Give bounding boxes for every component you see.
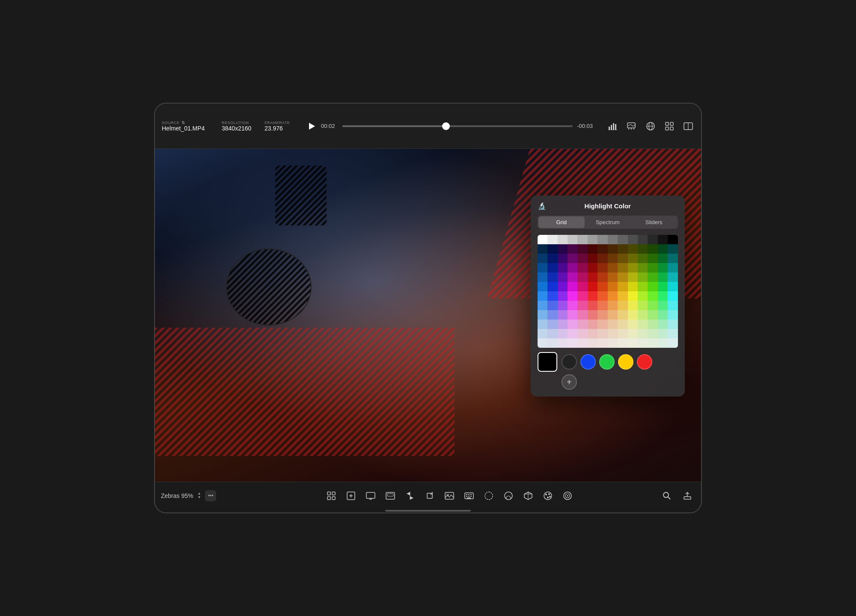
color-cell[interactable]	[588, 272, 597, 282]
color-cell[interactable]	[577, 272, 587, 282]
tool-keyboard-button[interactable]	[461, 488, 477, 503]
color-cell[interactable]	[568, 272, 577, 282]
color-cell[interactable]	[558, 338, 568, 348]
tool-grid-button[interactable]	[324, 488, 339, 503]
add-color-button[interactable]: +	[562, 374, 577, 390]
color-cell[interactable]	[668, 263, 678, 272]
histogram-icon[interactable]	[607, 120, 619, 132]
color-cell[interactable]	[538, 263, 547, 272]
tool-flip-button[interactable]	[402, 488, 418, 503]
color-cell[interactable]	[568, 244, 577, 254]
color-cell[interactable]	[618, 338, 627, 348]
color-cell[interactable]	[547, 244, 557, 254]
color-cell[interactable]	[608, 235, 618, 244]
color-cell[interactable]	[628, 282, 638, 291]
color-cell[interactable]	[618, 291, 627, 301]
color-cell[interactable]	[668, 338, 678, 348]
color-cell[interactable]	[668, 244, 678, 254]
color-cell[interactable]	[628, 291, 638, 301]
color-cell[interactable]	[648, 282, 657, 291]
color-cell[interactable]	[538, 291, 547, 301]
color-cell[interactable]	[628, 244, 638, 254]
color-cell[interactable]	[628, 338, 638, 348]
color-cell[interactable]	[558, 329, 568, 338]
color-cell[interactable]	[668, 301, 678, 310]
color-cell[interactable]	[577, 320, 587, 329]
color-cell[interactable]	[538, 310, 547, 320]
color-cell[interactable]	[608, 254, 618, 263]
color-cell[interactable]	[597, 320, 607, 329]
color-cell[interactable]	[568, 235, 577, 244]
preset-yellow[interactable]	[618, 354, 633, 370]
color-cell[interactable]	[577, 254, 587, 263]
color-cell[interactable]	[538, 338, 547, 348]
color-cell[interactable]	[628, 254, 638, 263]
color-cell[interactable]	[588, 263, 597, 272]
preset-red[interactable]	[637, 354, 652, 370]
timeline-thumb[interactable]	[442, 122, 450, 130]
color-cell[interactable]	[668, 320, 678, 329]
color-cell[interactable]	[577, 263, 587, 272]
color-cell[interactable]	[568, 291, 577, 301]
color-cell[interactable]	[597, 272, 607, 282]
color-cell[interactable]	[658, 329, 668, 338]
color-cell[interactable]	[618, 244, 627, 254]
color-cell[interactable]	[648, 235, 657, 244]
color-cell[interactable]	[608, 301, 618, 310]
color-cell[interactable]	[577, 338, 587, 348]
tool-target-button[interactable]	[560, 488, 575, 503]
color-cell[interactable]	[668, 291, 678, 301]
color-cell[interactable]	[547, 338, 557, 348]
color-cell[interactable]	[618, 320, 627, 329]
color-cell[interactable]	[668, 272, 678, 282]
color-cell[interactable]	[558, 291, 568, 301]
color-cell[interactable]	[628, 329, 638, 338]
color-cell[interactable]	[638, 244, 648, 254]
waveform-icon[interactable]	[626, 120, 638, 132]
color-cell[interactable]	[638, 338, 648, 348]
color-cell[interactable]	[628, 263, 638, 272]
color-cell[interactable]	[597, 282, 607, 291]
color-cell[interactable]	[568, 329, 577, 338]
color-cell[interactable]	[547, 291, 557, 301]
tab-grid[interactable]: Grid	[538, 216, 585, 228]
color-cell[interactable]	[618, 272, 627, 282]
color-cell[interactable]	[588, 282, 597, 291]
color-cell[interactable]	[597, 235, 607, 244]
color-cell[interactable]	[668, 282, 678, 291]
color-cell[interactable]	[658, 263, 668, 272]
color-cell[interactable]	[648, 254, 657, 263]
color-cell[interactable]	[558, 310, 568, 320]
color-cell[interactable]	[588, 310, 597, 320]
split-view-icon[interactable]	[682, 120, 694, 132]
color-cell[interactable]	[547, 254, 557, 263]
color-cell[interactable]	[658, 254, 668, 263]
color-cell[interactable]	[648, 291, 657, 301]
color-cell[interactable]	[577, 310, 587, 320]
color-cell[interactable]	[648, 263, 657, 272]
color-cell[interactable]	[577, 291, 587, 301]
color-cell[interactable]	[568, 320, 577, 329]
color-cell[interactable]	[547, 282, 557, 291]
stepper-up[interactable]: ▲	[197, 492, 201, 495]
color-cell[interactable]	[577, 301, 587, 310]
tool-screen-button[interactable]	[363, 488, 378, 503]
color-cell[interactable]	[597, 310, 607, 320]
color-cell[interactable]	[538, 282, 547, 291]
color-cell[interactable]	[588, 320, 597, 329]
color-cell[interactable]	[668, 254, 678, 263]
color-cell[interactable]	[648, 329, 657, 338]
color-cell[interactable]	[597, 263, 607, 272]
tool-mask-button[interactable]	[501, 488, 516, 503]
color-cell[interactable]	[547, 235, 557, 244]
color-cell[interactable]	[638, 235, 648, 244]
color-cell[interactable]	[648, 272, 657, 282]
color-cell[interactable]	[628, 320, 638, 329]
color-cell[interactable]	[558, 282, 568, 291]
color-cell[interactable]	[648, 310, 657, 320]
color-cell[interactable]	[638, 310, 648, 320]
color-cell[interactable]	[618, 254, 627, 263]
color-cell[interactable]	[618, 235, 627, 244]
color-cell[interactable]	[577, 235, 587, 244]
color-cell[interactable]	[538, 329, 547, 338]
